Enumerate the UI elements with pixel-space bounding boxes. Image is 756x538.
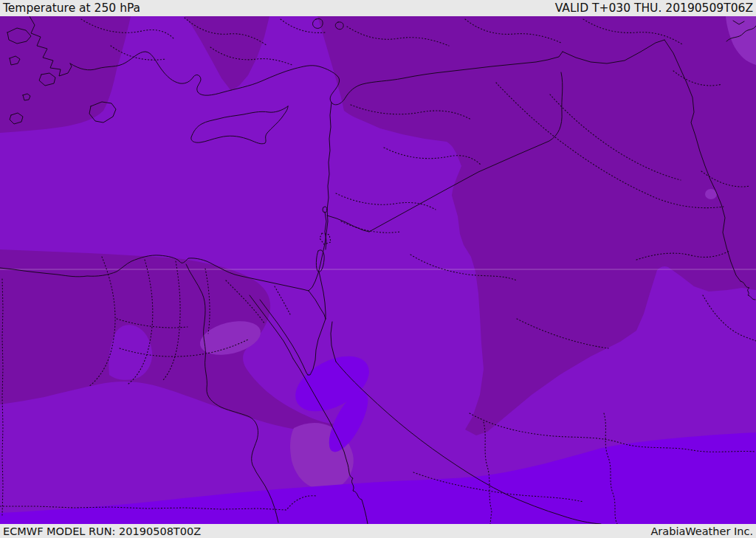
footer-bar: ECMWF MODEL RUN: 20190508T00Z ArabiaWeat…: [0, 524, 756, 538]
valid-time-label: VALID T+030 THU. 20190509T06Z: [555, 1, 753, 15]
model-run-label: ECMWF MODEL RUN: 20190508T00Z: [3, 525, 201, 537]
map-title: Temperature at 250 hPa: [3, 1, 140, 15]
weather-map-page: Temperature at 250 hPa VALID T+030 THU. …: [0, 0, 756, 538]
weather-map: [0, 16, 756, 524]
header-bar: Temperature at 250 hPa VALID T+030 THU. …: [0, 0, 756, 16]
credit-label: ArabiaWeather Inc.: [650, 525, 753, 537]
